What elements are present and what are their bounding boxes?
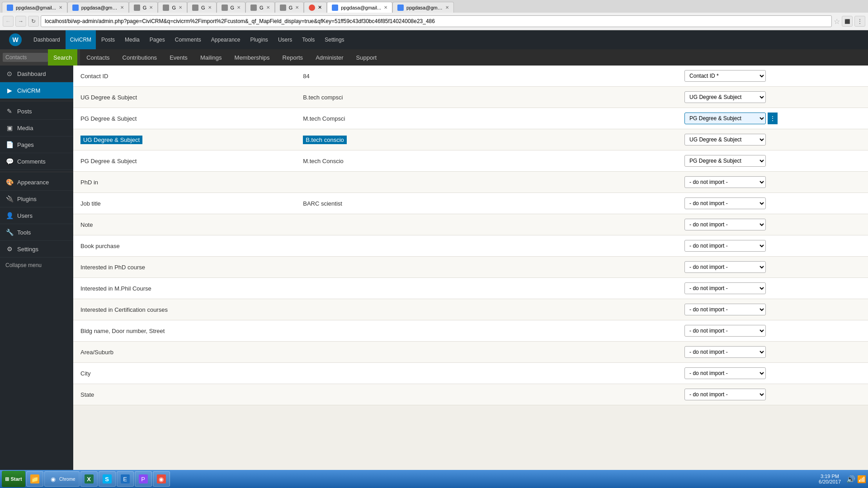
field-select-dropdown[interactable]: - do not import - [684,240,766,252]
civicrm-search-input[interactable] [3,53,48,62]
table-row: Job titleBARC scientist- do not import - [73,193,868,214]
browser-tab[interactable]: G✕ [245,2,275,13]
sidebar-item-dashboard[interactable]: ⊙ Dashboard [0,66,73,82]
field-name-cell: UG Degree & Subject [73,87,296,108]
excel-icon: X [85,474,94,483]
menu-button[interactable]: ⋮ [854,16,865,27]
sidebar-item-settings[interactable]: ⚙ Settings [0,241,73,258]
wp-logo-item[interactable]: W [5,30,28,49]
pages-adminbar-item[interactable]: Pages [145,30,170,49]
comments-adminbar-item[interactable]: Comments [170,30,206,49]
select-wrapper: UG Degree & Subject [684,91,861,103]
sidebar-item-tools[interactable]: 🔧 Tools [0,224,73,241]
browser-tab[interactable]: G✕ [187,2,217,13]
field-value-cell [296,172,518,193]
sidebar-item-comments[interactable]: 💬 Comments [0,153,73,170]
civicrm-support-nav[interactable]: Support [350,49,383,66]
field-select-dropdown[interactable]: - do not import - [684,304,766,315]
civicrm-search-button[interactable]: Search [48,49,77,66]
civicrm-mailings-nav[interactable]: Mailings [194,49,228,66]
settings-adminbar-item[interactable]: Settings [320,30,349,49]
sidebar-item-pages[interactable]: 📄 Pages [0,136,73,153]
browser-tab[interactable]: ✕ [304,2,327,13]
civicrm-contacts-nav[interactable]: Contacts [80,49,116,66]
field-select-dropdown[interactable]: - do not import - [684,176,766,188]
sidebar-item-posts[interactable]: ✎ Posts [0,103,73,120]
taskbar-chrome2[interactable]: ◉ [153,471,170,487]
browser-tab[interactable]: G✕ [275,2,304,13]
civicrm-adminbar-item[interactable]: CiviCRM [66,30,96,49]
civicrm-memberships-nav[interactable]: Memberships [228,49,276,66]
comments-icon: 💬 [5,158,14,165]
users-adminbar-item[interactable]: Users [274,30,297,49]
browser-tab-active[interactable]: ppgdasa@gmail...✕ [327,2,392,13]
field-select-dropdown[interactable]: - do not import - [684,346,766,358]
back-button[interactable]: ← [3,16,14,27]
bookmark-icon[interactable]: ☆ [834,17,840,26]
media-adminbar-item[interactable]: Media [120,30,144,49]
sidebar-item-label: Posts [17,108,32,115]
tools-adminbar-item[interactable]: Tools [297,30,319,49]
plugins-adminbar-item[interactable]: Plugins [246,30,273,49]
browser-tab[interactable]: ppgdasa@gmail...✕ [67,2,129,13]
civicrm-administer-nav[interactable]: Administer [309,49,349,66]
browser-tab[interactable]: G✕ [129,2,158,13]
posts-adminbar-item[interactable]: Posts [97,30,119,49]
field-select-dropdown[interactable]: - do not import - [684,261,766,273]
taskbar-phpstorm[interactable]: P [135,471,152,487]
field-select-dropdown[interactable]: - do not import - [684,325,766,337]
field-name-cell: PG Degree & Subject [73,150,296,172]
sidebar-item-appearance[interactable]: 🎨 Appearance [0,174,73,191]
highlighted-field-value: B.tech conscio [303,136,347,144]
appearance-adminbar-item[interactable]: Appearance [207,30,245,49]
sidebar-item-civicrm[interactable]: ▶ CiviCRM [0,82,73,99]
sidebar-divider [0,101,73,101]
reload-button[interactable]: ↻ [28,16,39,27]
civicrm-reports-nav[interactable]: Reports [276,49,310,66]
field-value-cell [296,342,518,363]
spacer-cell [518,108,677,129]
field-select-dropdown[interactable]: - do not import - [684,282,766,294]
civicrm-navbar: Search Contacts Contributions Events Mai… [0,49,868,66]
browser-tab[interactable]: G✕ [158,2,187,13]
field-select-dropdown[interactable]: - do not import - [684,197,766,209]
taskbar-file-explorer[interactable]: 📁 [26,471,43,487]
volume-icon[interactable]: 🔊 [846,475,855,483]
browser-tab[interactable]: G✕ [217,2,246,13]
field-select-dropdown[interactable]: - do not import - [684,389,766,400]
field-select-dropdown[interactable]: Contact ID * [684,70,766,82]
sidebar-item-media[interactable]: ▣ Media [0,120,73,136]
sidebar-item-label: Dashboard [17,70,46,77]
browser-tabs: ppgdasa@gmail...✕ ppgdasa@gmail...✕ G✕ G… [0,0,868,13]
field-select-dropdown[interactable]: PG Degree & Subject [684,155,766,167]
taskbar-explorer[interactable]: E [117,471,134,487]
select-extra-button[interactable]: ⋮ [768,113,778,124]
select-cell: - do not import - [677,172,868,193]
collapse-menu-button[interactable]: Collapse menu [0,258,73,273]
taskbar-excel[interactable]: X [80,471,98,487]
dashboard-adminbar-item[interactable]: Dashboard [29,30,65,49]
field-select-dropdown[interactable]: UG Degree & Subject [684,134,766,145]
taskbar-chrome[interactable]: ◉ Chrome [44,471,80,487]
field-value-cell [296,384,518,405]
civicrm-events-nav[interactable]: Events [163,49,194,66]
field-select-dropdown[interactable]: - do not import - [684,219,766,230]
field-select-dropdown[interactable]: PG Degree & Subject [684,113,766,124]
extensions-button[interactable]: ⬛ [842,16,853,27]
posts-icon: ✎ [5,108,14,115]
civicrm-contributions-nav[interactable]: Contributions [116,49,164,66]
browser-tab[interactable]: ppgdasa@gmail...✕ [392,2,454,13]
browser-tab[interactable]: ppgdasa@gmail...✕ [2,2,67,13]
field-select-dropdown[interactable]: - do not import - [684,367,766,379]
select-cell: PG Degree & Subject [677,150,868,172]
address-bar[interactable] [41,15,832,27]
appearance-icon: 🎨 [5,178,14,186]
sidebar-item-users[interactable]: 👤 Users [0,207,73,224]
taskbar-skype[interactable]: S [99,471,116,487]
forward-button[interactable]: → [15,16,26,27]
select-cell: - do not import - [677,384,868,405]
start-button[interactable]: ⊞ Start [2,471,25,487]
field-select-dropdown[interactable]: UG Degree & Subject [684,91,766,103]
network-icon[interactable]: 📶 [857,475,866,483]
sidebar-item-plugins[interactable]: 🔌 Plugins [0,191,73,207]
